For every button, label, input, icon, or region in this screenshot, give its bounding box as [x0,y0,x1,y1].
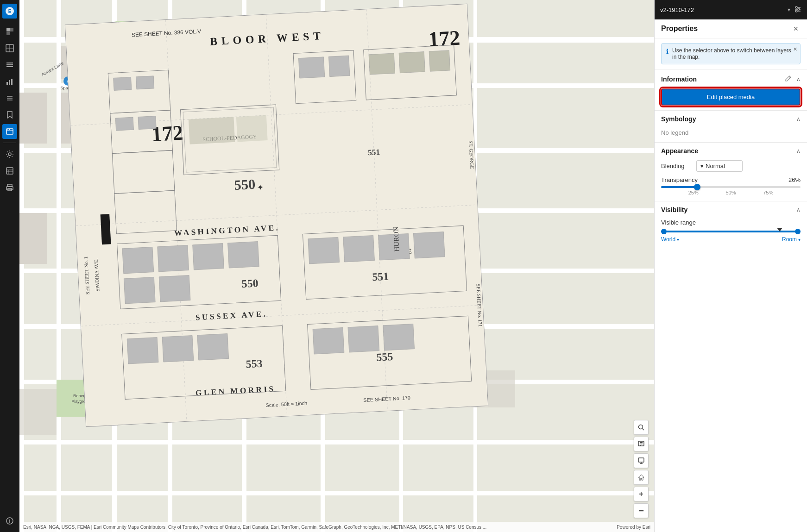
search-control-btn[interactable] [634,420,649,435]
symbology-section-title: Symbology [661,115,696,123]
monitor-control-btn[interactable] [634,453,649,468]
sidebar-item-media[interactable] [2,124,17,139]
svg-rect-95 [189,117,235,144]
svg-text:551: 551 [372,270,389,283]
world-endpoint-chevron: ▾ [677,237,679,242]
visibility-section-content: Visible range World ▾ Room ▾ [655,217,807,248]
svg-rect-129 [313,327,344,354]
visible-range-left-thumb[interactable] [661,229,667,234]
info-banner-text: Use the selector above to switch between… [672,47,795,60]
svg-rect-118 [159,275,190,302]
svg-rect-9 [6,64,13,65]
svg-text:i: i [9,519,11,524]
svg-rect-102 [136,76,154,89]
svg-rect-114 [158,245,189,272]
visible-range-container[interactable] [661,231,801,232]
blending-label: Blending [661,163,694,169]
sidebar-item-info[interactable]: i [2,513,17,528]
world-endpoint[interactable]: World ▾ [661,236,679,243]
visible-range-right-thumb[interactable] [795,229,801,234]
visibility-section-chevron: ∧ [796,207,801,213]
popup-control-btn[interactable] [634,437,649,451]
svg-point-20 [9,129,10,130]
panel-settings-icon[interactable] [794,6,801,14]
map-controls-container: + − [634,420,649,518]
room-label: Room [782,236,797,243]
svg-rect-106 [298,57,324,78]
transparency-range[interactable] [661,186,801,188]
attribution-text: Esri, NASA, NGA, USGS, FEMA | Esri Commu… [23,525,486,530]
sidebar-divider-1 [3,143,16,143]
properties-close-btn[interactable]: ✕ [791,24,801,33]
appearance-section-title: Appearance [661,147,698,155]
svg-rect-113 [122,247,154,274]
sidebar-item-settings[interactable] [2,147,17,162]
sidebar-item-charts[interactable] [2,74,17,89]
transparency-value: 26% [788,176,801,183]
left-sidebar: E [0,0,19,532]
map-container[interactable]: Annex Lane M Spadina Station M Spadina R… [19,0,654,532]
sidebar-item-analysis[interactable] [2,57,17,72]
symbology-section-header[interactable]: Symbology ∧ [655,110,807,126]
zoom-out-btn[interactable]: − [634,503,649,518]
room-endpoint[interactable]: Room ▾ [782,236,801,243]
svg-rect-104 [138,116,156,130]
home-control-btn[interactable] [634,470,649,485]
transparency-label-text: Transparency [661,176,698,183]
visible-range-track [661,231,801,232]
svg-rect-138 [101,214,111,244]
zoom-in-btn[interactable]: + [634,487,649,501]
blending-value: Normal [706,163,725,169]
edit-placed-media-btn[interactable]: Edit placed media [661,88,801,106]
sidebar-item-tags[interactable] [2,163,17,178]
information-section-title: Information [661,75,697,83]
svg-rect-120 [308,237,340,264]
sidebar-item-bookmarks[interactable] [2,107,17,122]
svg-rect-107 [328,56,350,77]
svg-rect-109 [369,53,395,75]
svg-rect-116 [227,241,259,268]
appearance-section-chevron: ∧ [796,148,801,154]
powered-by: Powered by Esri [617,525,650,530]
svg-text:550: 550 [234,176,256,193]
svg-rect-42 [57,0,61,532]
svg-point-141 [639,425,643,429]
sidebar-item-layers[interactable] [2,24,17,39]
svg-text:551: 551 [368,148,380,157]
appearance-section-header[interactable]: Appearance ∧ [655,142,807,158]
visibility-section-title: Visibility [661,206,687,213]
visible-range-marker [777,228,782,232]
svg-rect-125 [127,337,158,364]
range-track [661,186,801,188]
visibility-section-header[interactable]: Visibility ∧ [655,201,807,217]
svg-text:550: 550 [241,277,258,290]
svg-rect-101 [113,77,132,90]
svg-rect-131 [383,324,415,350]
range-thumb[interactable] [694,184,700,190]
symbology-section-chevron: ∧ [796,116,801,122]
blending-dropdown[interactable]: ▾ Normal [696,160,743,172]
information-section-chevron: ∧ [796,76,801,82]
information-section-header[interactable]: Information ∧ [655,69,807,88]
blending-row: Blending ▾ Normal [661,160,801,172]
sidebar-item-print[interactable] [2,180,17,195]
zoom-out-icon: − [638,507,644,514]
svg-rect-145 [640,444,643,444]
svg-rect-2 [6,28,10,31]
svg-rect-121 [343,235,375,262]
sidebar-item-list[interactable] [2,91,17,106]
information-edit-icon[interactable] [784,74,793,84]
svg-rect-103 [115,117,133,131]
svg-rect-123 [413,232,445,258]
svg-rect-96 [236,115,268,142]
svg-rect-11 [6,82,8,85]
svg-line-142 [643,429,644,431]
right-panel: v2-1910-172 ▾ Properties ✕ ℹ Use the sel… [654,0,807,532]
info-banner-close-btn[interactable]: ✕ [793,46,797,52]
layer-selector-header[interactable]: v2-1910-172 ▾ [655,0,807,19]
range-label-50: 50% [725,190,736,195]
sidebar-item-basemap[interactable] [2,41,17,56]
svg-rect-58 [19,389,57,435]
svg-text:553: 553 [246,357,263,370]
svg-rect-13 [11,79,13,85]
